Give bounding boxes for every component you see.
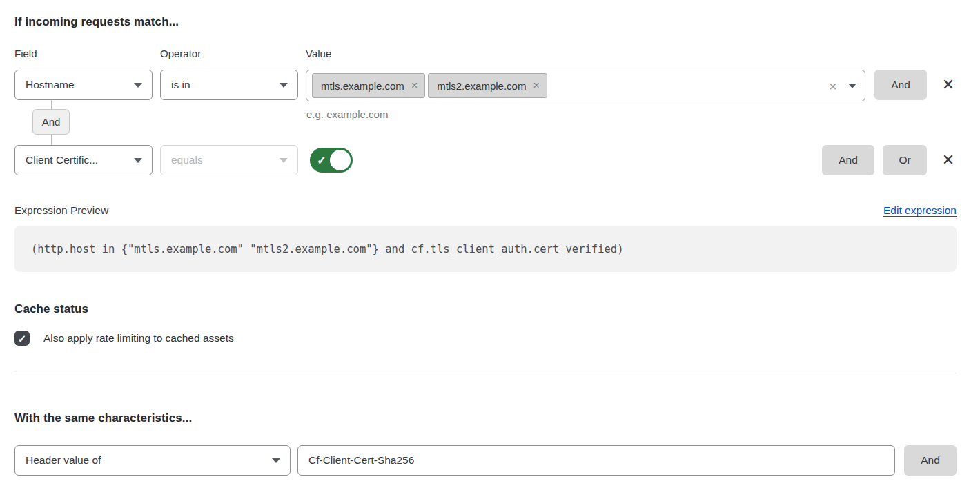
field-select-2-value: Client Certific...: [26, 154, 128, 166]
remove-tag-icon[interactable]: ×: [533, 80, 539, 91]
value-column-label: Value: [306, 48, 957, 59]
value-hint: e.g. example.com: [306, 108, 388, 120]
chevron-down-icon: [272, 458, 280, 463]
characteristics-row: Header value of And: [14, 445, 957, 476]
connector-line: [51, 135, 52, 145]
chevron-down-icon: [280, 158, 288, 163]
field-select-2[interactable]: Client Certific...: [14, 145, 153, 175]
condition-connector: And: [32, 100, 70, 145]
field-select-1-value: Hostname: [26, 79, 128, 91]
remove-tag-icon[interactable]: ×: [411, 80, 418, 91]
operator-column-label: Operator: [160, 48, 298, 59]
chevron-down-icon: [134, 83, 142, 88]
column-labels: Field Operator Value: [14, 48, 957, 59]
and-button-characteristics[interactable]: And: [904, 445, 957, 476]
rate-limiting-rule-form: If incoming requests match... Field Oper…: [0, 0, 980, 476]
cert-verified-toggle[interactable]: ✓: [310, 148, 353, 173]
clear-values-icon[interactable]: ×: [825, 79, 841, 93]
operator-select-1[interactable]: is in: [160, 70, 298, 100]
remove-condition-icon[interactable]: ✕: [940, 70, 957, 100]
characteristic-select[interactable]: Header value of: [14, 445, 291, 476]
match-section-title: If incoming requests match...: [14, 15, 957, 29]
or-button-row2[interactable]: Or: [883, 145, 927, 175]
cached-assets-checkbox[interactable]: ✓: [14, 331, 30, 346]
operator-select-1-value: is in: [171, 79, 274, 91]
field-column-label: Field: [14, 48, 153, 59]
connector-and-button[interactable]: And: [32, 109, 70, 135]
cached-assets-checkbox-label: Also apply rate limiting to cached asset…: [43, 332, 234, 344]
chevron-down-icon: [134, 158, 142, 163]
remove-condition-icon[interactable]: ✕: [940, 145, 957, 175]
expression-preview-label: Expression Preview: [14, 204, 108, 217]
field-select-1[interactable]: Hostname: [14, 70, 153, 100]
toggle-knob: [330, 150, 351, 170]
value-multiselect[interactable]: mtls.example.com×mtls2.example.com× ×: [306, 70, 865, 101]
cache-checkbox-row: ✓ Also apply rate limiting to cached ass…: [14, 331, 957, 346]
expression-code: (http.host in {"mtls.example.com" "mtls2…: [14, 226, 957, 272]
chevron-down-icon[interactable]: [848, 84, 856, 88]
cache-status-title: Cache status: [14, 302, 957, 316]
header-name-input[interactable]: [297, 445, 895, 476]
edit-expression-link[interactable]: Edit expression: [883, 204, 957, 217]
value-tag: mtls2.example.com×: [428, 73, 547, 98]
characteristics-title: With the same characteristics...: [14, 411, 957, 425]
value-tag-label: mtls.example.com: [321, 80, 404, 92]
chevron-down-icon: [280, 83, 288, 88]
check-icon: ✓: [317, 155, 326, 166]
value-tag-label: mtls2.example.com: [437, 80, 526, 92]
and-button-row2[interactable]: And: [822, 145, 874, 175]
check-icon: ✓: [18, 333, 27, 344]
connector-line: [51, 100, 52, 109]
section-divider: [14, 373, 957, 373]
and-button-row1[interactable]: And: [874, 70, 927, 100]
characteristic-select-value: Header value of: [26, 454, 266, 467]
condition-row-2: Client Certific... equals ✓ And Or ✕: [14, 145, 957, 175]
value-tag: mtls.example.com×: [312, 73, 425, 98]
operator-select-2-placeholder: equals: [171, 154, 274, 166]
value-column: mtls.example.com×mtls2.example.com× × e.…: [306, 70, 865, 101]
condition-row-1: Hostname is in mtls.example.com×mtls2.ex…: [14, 70, 957, 100]
expression-header: Expression Preview Edit expression: [14, 204, 957, 217]
value-tag-list: mtls.example.com×mtls2.example.com×: [309, 73, 547, 98]
operator-select-2-disabled: equals: [160, 145, 298, 175]
